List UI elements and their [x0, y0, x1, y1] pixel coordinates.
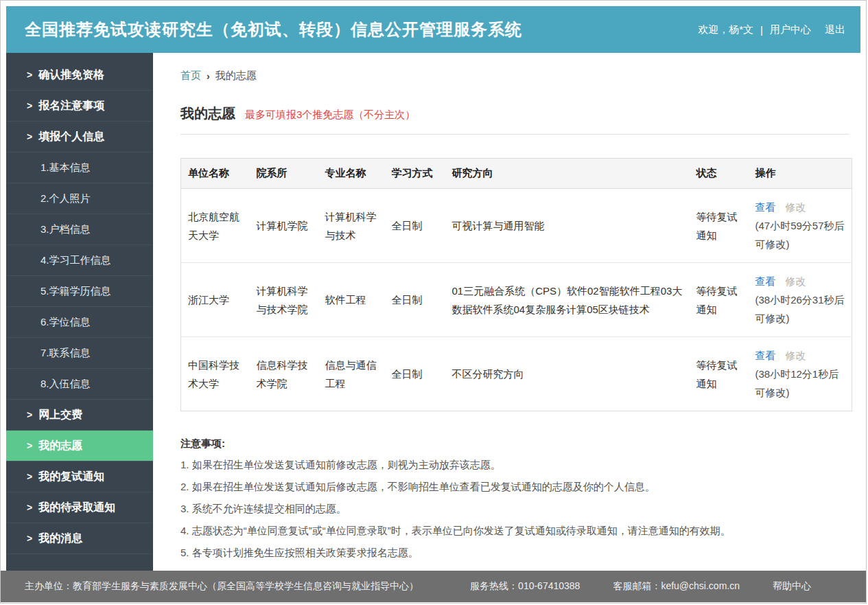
footer-right-group: 服务热线：010-67410388 客服邮箱：kefu@chsi.com.cn … — [470, 580, 811, 593]
sidebar-item-label: 我的志愿 — [38, 439, 82, 453]
breadcrumb-current: 我的志愿 — [215, 69, 257, 82]
column-header: 院系所 — [250, 159, 318, 189]
column-header: 状态 — [690, 159, 749, 189]
sidebar-item-7[interactable]: 4.学习工作信息 — [6, 245, 153, 276]
note-item: 3. 系统不允许连续提交相同的志愿。 — [180, 498, 852, 520]
page-title: 我的志愿 — [180, 104, 235, 123]
email-address: kefu@chsi.com.cn — [661, 580, 740, 591]
status-cell: 等待复试通知 — [690, 189, 749, 263]
operation-cell: 查看修改(38小时12分1秒后可修改) — [749, 337, 852, 411]
chevron-right-icon: > — [27, 533, 32, 544]
sidebar-item-label: 1.基本信息 — [40, 161, 91, 174]
column-header: 操作 — [749, 159, 852, 189]
volunteer-row: 北京航空航天大学计算机学院计算机科学与技术全日制可视计算与通用智能等待复试通知查… — [181, 189, 852, 263]
research-direction-cell: 01三元融合系统（CPS）软件02智能软件工程03大数据软件系统04复杂服务计算… — [445, 263, 690, 337]
sidebar-item-label: 我的消息 — [38, 532, 82, 546]
hotline-label: 服务热线： — [470, 580, 518, 591]
help-center-link[interactable]: 帮助中心 — [773, 580, 811, 593]
view-link[interactable]: 查看 — [755, 275, 776, 287]
sidebar-item-label: 网上交费 — [38, 408, 82, 422]
sidebar-item-label: 6.学位信息 — [40, 316, 91, 329]
sidebar-item-label: 8.入伍信息 — [40, 378, 91, 391]
sidebar-item-8[interactable]: 5.学籍学历信息 — [6, 276, 153, 307]
chevron-right-icon: > — [27, 440, 32, 451]
sidebar-item-6[interactable]: 3.户档信息 — [6, 214, 153, 245]
sidebar-item-9[interactable]: 6.学位信息 — [6, 307, 153, 338]
status-cell: 等待复试通知 — [690, 263, 749, 337]
breadcrumb-separator-icon: › — [207, 71, 210, 82]
notes-title: 注意事项: — [180, 433, 852, 454]
modify-countdown-text: (38小时26分31秒后可修改) — [755, 290, 845, 328]
hotline-number: 010-67410388 — [518, 580, 580, 591]
chevron-right-icon: > — [27, 100, 32, 111]
sidebar-item-label: 2.个人照片 — [40, 192, 91, 205]
study-mode-cell: 全日制 — [385, 263, 445, 337]
page-notice: 最多可填报3个推免志愿（不分主次） — [245, 109, 415, 122]
note-item: 5. 各专项计划推免生应按照相关政策要求报名志愿。 — [180, 542, 852, 564]
chevron-right-icon: > — [27, 409, 32, 420]
modify-countdown-text: (47小时59分57秒后可修改) — [755, 216, 845, 253]
sidebar-item-15[interactable]: >我的待录取通知 — [6, 492, 153, 523]
breadcrumb-home-link[interactable]: 首页 — [180, 69, 201, 82]
unit-cell: 浙江大学 — [181, 263, 250, 337]
sidebar-item-4[interactable]: 1.基本信息 — [6, 152, 153, 183]
status-cell: 等待复试通知 — [690, 337, 749, 411]
major-cell: 信息与通信工程 — [318, 337, 385, 411]
main-content: 首页 › 我的志愿 我的志愿 最多可填报3个推免志愿（不分主次） 单位名称院系所… — [153, 53, 860, 571]
note-item: 4. 志愿状态为“单位同意复试”或“单位同意录取”时，表示单位已向你发送了复试通… — [180, 520, 852, 542]
modify-link[interactable]: 修改 — [786, 350, 806, 361]
sidebar-item-14[interactable]: >我的复试通知 — [6, 461, 153, 492]
major-cell: 计算机科学与技术 — [318, 189, 385, 263]
sidebar-item-label: 4.学习工作信息 — [40, 254, 111, 267]
header-divider: | — [760, 24, 763, 36]
sidebar-item-1[interactable]: >确认推免资格 — [6, 60, 153, 91]
page-title-row: 我的志愿 最多可填报3个推免志愿（不分主次） — [180, 104, 849, 135]
sidebar-item-label: 我的复试通知 — [38, 470, 104, 484]
column-header: 单位名称 — [181, 159, 250, 189]
study-mode-cell: 全日制 — [385, 189, 445, 263]
sidebar-item-label: 填报个人信息 — [38, 130, 104, 144]
modify-link[interactable]: 修改 — [786, 201, 806, 213]
sidebar-item-label: 3.户档信息 — [40, 223, 91, 236]
unit-cell: 中国科学技术大学 — [181, 337, 250, 411]
sidebar-item-label: 7.联系信息 — [40, 347, 91, 360]
footer-hotline: 服务热线：010-67410388 — [470, 580, 580, 593]
view-link[interactable]: 查看 — [755, 350, 776, 361]
sidebar-item-5[interactable]: 2.个人照片 — [6, 183, 153, 214]
sidebar-item-label: 我的待录取通知 — [38, 501, 115, 515]
footer-email: 客服邮箱：kefu@chsi.com.cn — [613, 580, 740, 593]
sidebar-item-10[interactable]: 7.联系信息 — [6, 338, 153, 369]
major-cell: 软件工程 — [318, 263, 385, 337]
research-direction-cell: 可视计算与通用智能 — [445, 189, 690, 263]
operation-cell: 查看修改(47小时59分57秒后可修改) — [749, 189, 852, 263]
sidebar-item-11[interactable]: 8.入伍信息 — [6, 369, 153, 400]
email-label: 客服邮箱： — [613, 580, 661, 591]
sidebar-item-16[interactable]: >我的消息 — [6, 523, 153, 554]
chevron-right-icon: > — [27, 131, 32, 142]
sidebar-item-label: 5.学籍学历信息 — [40, 285, 111, 298]
chevron-right-icon: > — [27, 471, 32, 482]
research-direction-cell: 不区分研究方向 — [445, 337, 690, 411]
volunteer-table: 单位名称院系所专业名称学习方式研究方向状态操作 北京航空航天大学计算机学院计算机… — [180, 158, 852, 411]
modify-link[interactable]: 修改 — [786, 275, 806, 287]
sidebar-item-3[interactable]: >填报个人信息 — [6, 122, 153, 152]
unit-cell: 北京航空航天大学 — [181, 189, 250, 263]
view-link[interactable]: 查看 — [755, 201, 776, 213]
operation-cell: 查看修改(38小时26分31秒后可修改) — [749, 263, 852, 337]
logout-link[interactable]: 退出 — [825, 23, 845, 36]
body-row: >确认推免资格>报名注意事项>填报个人信息1.基本信息2.个人照片3.户档信息4… — [6, 53, 860, 571]
table-header-row: 单位名称院系所专业名称学习方式研究方向状态操作 — [181, 159, 852, 189]
sidebar-nav: >确认推免资格>报名注意事项>填报个人信息1.基本信息2.个人照片3.户档信息4… — [6, 53, 153, 571]
sidebar-item-2[interactable]: >报名注意事项 — [6, 91, 153, 122]
notes-section: 注意事项: 1. 如果在招生单位发送复试通知前修改志愿，则视为主动放弃该志愿。2… — [180, 433, 852, 564]
sidebar-item-13[interactable]: >我的志愿 — [6, 431, 153, 461]
user-center-link[interactable]: 用户中心 — [770, 23, 811, 36]
sidebar-item-label: 报名注意事项 — [38, 99, 104, 113]
note-item: 1. 如果在招生单位发送复试通知前修改志愿，则视为主动放弃该志愿。 — [180, 454, 852, 476]
sidebar-item-12[interactable]: >网上交费 — [6, 400, 153, 431]
volunteer-row: 中国科学技术大学信息科学技术学院信息与通信工程全日制不区分研究方向等待复试通知查… — [181, 337, 852, 411]
department-cell: 计算机科学与技术学院 — [250, 263, 318, 337]
chevron-right-icon: > — [27, 69, 32, 80]
modify-countdown-text: (38小时12分1秒后可修改) — [755, 365, 845, 402]
footer-organizer: 主办单位：教育部学生服务与素质发展中心（原全国高等学校学生信息咨询与就业指导中心… — [25, 580, 419, 593]
